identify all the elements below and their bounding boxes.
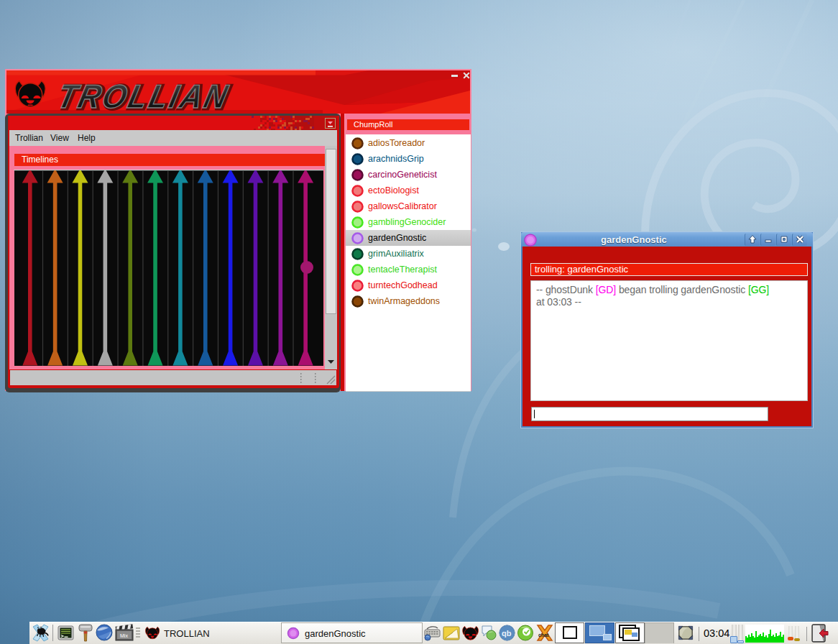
svg-text:TROLLIAN: TROLLIAN xyxy=(54,78,233,112)
svg-text:Mix: Mix xyxy=(120,633,128,638)
svg-text:chat: chat xyxy=(538,632,549,638)
svg-text:qb: qb xyxy=(502,629,512,638)
